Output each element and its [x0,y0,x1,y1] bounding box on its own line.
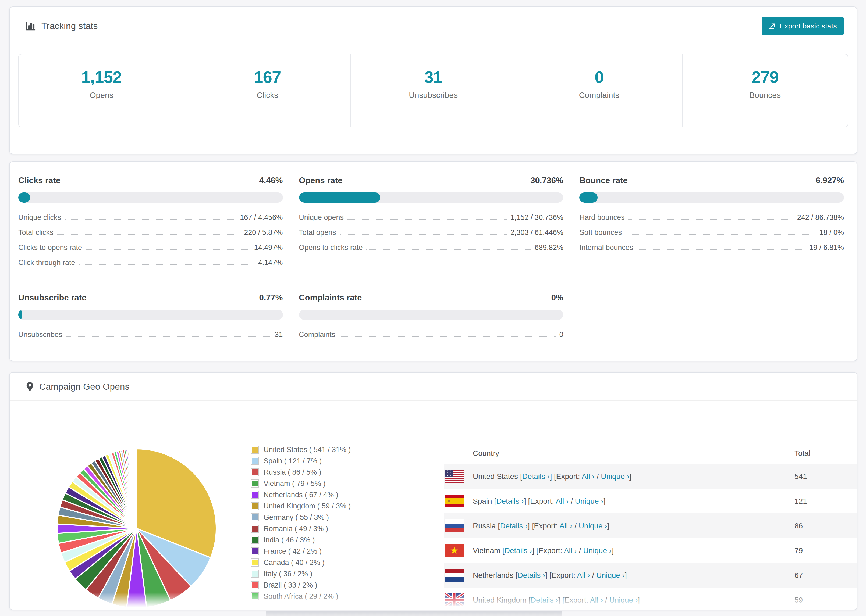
metric-label: Internal bounces [579,244,633,252]
dashboard-viewport: Tracking stats Export basic stats [0,0,866,616]
legend-swatch-color [252,492,258,498]
details-link-ru[interactable]: Details › [500,522,527,530]
metric-label: Unique clicks [18,214,61,222]
legend-swatch-color [252,582,258,588]
table-row-nl: Netherlands [Details ›] [Export: All › /… [444,563,857,588]
metric-label: Clicks to opens rate [18,244,82,252]
metric-value: 19 / 6.81% [809,244,844,252]
column-header-country: Country [444,449,499,457]
stat-cell-clicks: 167Clicks [185,54,351,127]
legend-item-germany[interactable]: Germany ( 55 / 3% ) [251,512,428,523]
export-unique-link-us[interactable]: Unique › [601,472,629,481]
details-link-es[interactable]: Details › [496,497,524,505]
page-title: Tracking stats [41,21,98,31]
legend-item-italy[interactable]: Italy ( 36 / 2% ) [251,568,428,580]
export-all-link-nl[interactable]: All › [577,571,590,580]
details-link-us[interactable]: Details › [522,472,550,481]
metric-value: 18 / 0% [819,228,844,237]
metric-label: Click through rate [18,259,75,267]
stat-label: Opens [90,90,113,99]
stat-value: 0 [595,68,604,86]
export-icon [768,22,776,30]
export-all-link-ru[interactable]: All › [559,522,572,530]
legend-item-france[interactable]: France ( 42 / 2% ) [251,545,428,557]
legend-label: Vietnam ( 79 / 5% ) [264,479,326,487]
rate-block-unsubscribe-rate: Unsubscribe rate0.77%Unsubscribes31 [18,293,283,346]
details-link-vn[interactable]: Details › [505,546,532,555]
metric-label: Opens to clicks rate [299,244,362,252]
legend-item-india[interactable]: India ( 46 / 3% ) [251,534,428,545]
dotted-leader [340,234,507,235]
legend-item-romania[interactable]: Romania ( 49 / 3% ) [251,523,428,534]
rate-block-title: Complaints rate [299,293,362,303]
legend-label: Romania ( 49 / 3% ) [264,525,328,533]
bar-chart-icon [26,21,36,31]
export-unique-link-es[interactable]: Unique › [575,497,603,505]
legend-item-vietnam[interactable]: Vietnam ( 79 / 5% ) [251,478,428,489]
metric-row: Opens to clicks rate689.82% [299,244,563,252]
dotted-leader [628,219,794,220]
legend-item-canada[interactable]: Canada ( 40 / 2% ) [251,557,428,568]
metric-label: Unique opens [299,214,344,222]
details-link-gb[interactable]: Details › [531,596,558,604]
dotted-leader [637,250,806,250]
legend-label: Canada ( 40 / 2% ) [264,558,324,567]
rate-block-rows: Unsubscribes31 [18,331,283,339]
progress-bar-fill [18,310,22,320]
legend-item-russia[interactable]: Russia ( 86 / 5% ) [251,467,428,478]
export-all-link-us[interactable]: All › [582,472,595,481]
metric-label: Total opens [299,228,336,237]
rate-block-title: Opens rate [299,176,342,185]
progress-bar [18,192,283,203]
stats-box: 1,152Opens167Clicks31Unsubscribes0Compla… [18,54,848,127]
stat-cell-complaints: 0Complaints [516,54,682,127]
table-row-us: United States [Details ›] [Export: All ›… [444,464,857,489]
legend-label: Netherlands ( 67 / 4% ) [264,491,339,499]
details-link-nl[interactable]: Details › [518,571,545,580]
tracking-stats-card: Tracking stats Export basic stats [9,6,857,154]
metric-value: 1,152 / 30.736% [510,214,564,222]
legend-item-united-kingdom[interactable]: United Kingdom ( 59 / 3% ) [251,500,428,512]
legend-item-united-states[interactable]: United States ( 541 / 31% ) [251,444,428,455]
metric-value: 242 / 86.738% [797,214,844,222]
rates-card: Clicks rate4.46%Unique clicks167 / 4.456… [9,161,857,361]
legend-item-spain[interactable]: Spain ( 121 / 7% ) [251,455,428,467]
export-all-link-vn[interactable]: All › [564,546,577,555]
metric-row: Total opens2,303 / 61.446% [299,228,563,237]
dotted-leader [366,250,531,250]
legend-swatch [251,468,259,476]
legend-item-netherlands[interactable]: Netherlands ( 67 / 4% ) [251,489,428,500]
export-all-link-gb[interactable]: All › [590,596,603,604]
rate-block-value: 0.77% [259,293,283,303]
metric-row: Hard bounces242 / 86.738% [579,214,844,222]
export-unique-link-vn[interactable]: Unique › [583,546,612,555]
export-unique-link-ru[interactable]: Unique › [579,522,607,530]
metric-value: 689.82% [535,244,564,252]
stat-value: 31 [424,68,442,86]
rate-block-complaints-rate: Complaints rate0%Complaints0 [299,293,563,346]
bottom-scroll-band[interactable] [266,611,562,616]
dotted-leader [339,336,555,337]
total-cell: 67 [794,571,857,580]
progress-bar-fill [18,192,30,203]
legend-swatch-color [252,537,258,543]
rate-block-title: Unsubscribe rate [18,293,86,303]
rate-block-value: 30.736% [531,176,563,185]
dotted-leader [625,234,816,235]
legend-label: India ( 46 / 3% ) [264,536,315,544]
legend-item-brazil[interactable]: Brazil ( 33 / 2% ) [251,580,428,591]
metric-row: Unique opens1,152 / 30.736% [299,214,563,222]
legend-label: Brazil ( 33 / 2% ) [264,581,317,589]
geo-pie-chart [56,448,217,609]
export-basic-stats-button[interactable]: Export basic stats [762,17,844,35]
legend-item-south-africa[interactable]: South Africa ( 29 / 2% ) [251,591,428,602]
dotted-leader [57,234,241,235]
stat-value: 1,152 [81,68,121,86]
stat-value: 279 [751,68,778,86]
export-all-link-es[interactable]: All › [556,497,568,505]
export-unique-link-nl[interactable]: Unique › [596,571,625,580]
legend-label: United Kingdom ( 59 / 3% ) [264,502,351,510]
table-row-gb: United Kingdom [Details ›] [Export: All … [444,588,857,610]
export-unique-link-gb[interactable]: Unique › [609,596,638,604]
stat-label: Unsubscribes [409,90,458,99]
